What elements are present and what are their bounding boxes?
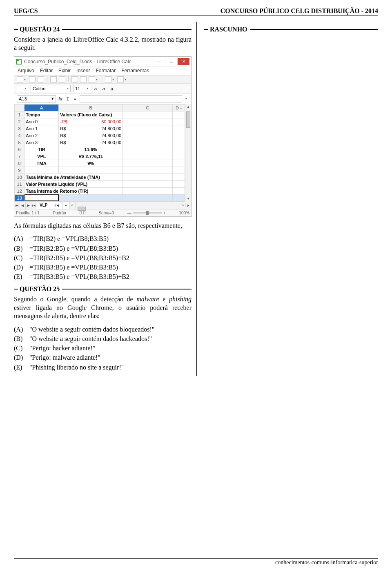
sheet-tab[interactable]: TIR [50,202,62,209]
menu-inserir[interactable]: Inserir [76,68,90,73]
cell[interactable] [172,139,185,146]
row-header[interactable]: 13 [15,194,24,201]
cell[interactable] [59,194,123,201]
toolbar-undo-icon[interactable] [105,76,111,82]
row-header[interactable]: 9 [15,167,24,174]
spreadsheet-grid[interactable]: A B C D ^ 1 Tempo Valores (Fluxo de Caix… [14,104,185,202]
toolbar-new-icon[interactable] [17,76,23,82]
scroll-down-icon[interactable]: ▼ [185,196,191,202]
cell[interactable]: Tempo [24,111,59,118]
cell[interactable]: Ano 3 [24,139,59,146]
zoom-plus-icon[interactable]: + [163,211,166,215]
zoom-slider[interactable] [133,212,162,214]
italic-button[interactable]: a [101,86,107,91]
dropdown-icon[interactable]: ▾ [112,78,115,81]
menu-formatar[interactable]: Formatar [96,68,116,73]
menu-arquivo[interactable]: Arquivo [18,68,34,73]
toolbar-redo-icon[interactable] [117,76,124,82]
cell[interactable]: 9% [59,160,123,167]
cell[interactable]: R$ 2.776,11 [59,153,123,160]
cell[interactable] [123,180,172,187]
toolbar-print-icon[interactable] [59,76,65,82]
cell[interactable]: VPL [24,153,59,160]
cell[interactable]: Taxa Mínima de Atratividade (TMA) [24,174,123,180]
cell[interactable] [24,167,59,174]
row-header[interactable]: 12 [15,187,24,194]
cell[interactable] [123,118,172,125]
function-wizard-icon[interactable]: fx [58,96,63,101]
hscroll-left-icon[interactable]: < [70,202,76,209]
cell[interactable] [123,174,172,180]
cell[interactable]: Valores (Fluxo de Caixa) [59,111,123,118]
col-header-B[interactable]: B [59,104,123,111]
menu-editar[interactable]: Editar [40,68,53,73]
row-header[interactable]: 7 [15,153,24,160]
row-header[interactable]: 2 [15,118,24,125]
dropdown-icon[interactable]: ▾ [96,78,99,81]
menu-ferramentas[interactable]: Ferramentas [121,68,149,73]
toolbar-cut-icon[interactable] [71,76,78,82]
add-sheet-button[interactable]: + [62,202,70,209]
scroll-up-icon[interactable]: ▲ [185,104,191,110]
toolbar-paste-icon[interactable] [89,76,95,82]
tab-prev-icon[interactable]: ◀ [20,202,26,209]
font-name-combo[interactable]: Calibri▾ [31,85,71,92]
cell[interactable] [172,167,185,174]
cell[interactable] [123,160,172,167]
cell[interactable]: Taxa Interna de Retorno (TIR) [24,187,123,194]
col-header-C[interactable]: C [123,104,172,111]
row-header[interactable]: 8 [15,160,24,167]
cell[interactable] [172,160,185,167]
toolbar-copy-icon[interactable] [80,76,87,82]
row-header[interactable]: 10 [15,174,24,180]
dropdown-icon[interactable]: ▾ [24,78,27,81]
row-header[interactable]: 3 [15,125,24,132]
cell[interactable] [172,118,185,125]
cell[interactable] [172,125,185,132]
function-equals-icon[interactable]: = [72,96,78,101]
row-header[interactable]: 1 [15,111,24,118]
cell[interactable] [172,187,185,194]
scroll-thumb[interactable] [186,111,190,128]
row-header[interactable]: 5 [15,139,24,146]
cell[interactable] [172,132,185,139]
cell[interactable] [123,167,172,174]
formula-input[interactable] [80,95,182,102]
col-header-D[interactable]: D ^ [172,104,185,111]
col-header-A[interactable]: A [24,104,59,111]
cell[interactable]: R$24.800,00 [59,125,123,132]
cell[interactable]: R$24.800,00 [59,139,123,146]
formula-dropdown-icon[interactable]: ▾ [184,97,189,100]
cell[interactable]: Valor Presente Líquido (VPL) [24,180,123,187]
window-maximize-button[interactable]: ▭ [165,58,177,65]
toolbar-open-icon[interactable] [29,76,36,82]
scroll-thumb[interactable] [78,207,86,211]
tab-last-icon[interactable]: ⏭ [31,202,37,209]
tab-next-icon[interactable]: ▶ [26,202,31,209]
row-header[interactable]: 11 [15,180,24,187]
active-cell[interactable] [24,194,59,201]
toolbar-save-icon[interactable] [38,76,44,82]
window-close-button[interactable]: ✕ [177,58,189,65]
cell[interactable] [172,111,185,118]
status-zoom[interactable]: 100% [179,211,189,215]
cell[interactable]: TIR [24,146,59,153]
cell[interactable]: R$24.800,00 [59,132,123,139]
row-header[interactable]: 4 [15,132,24,139]
dropdown-icon[interactable]: ▾ [125,78,127,81]
select-all-corner[interactable] [15,104,24,111]
apply-style-combo[interactable]: ▾ [17,85,28,92]
name-box[interactable]: A13▾ [17,95,56,102]
cell[interactable] [172,153,185,160]
cell[interactable]: Ano 2 [24,132,59,139]
hscroll-right-icon[interactable]: > [180,203,185,207]
bold-button[interactable]: a [93,86,98,91]
font-size-combo[interactable]: 11▾ [73,85,90,92]
cell[interactable]: 11,6% [59,146,123,153]
cell[interactable] [172,194,185,201]
cell[interactable] [123,125,172,132]
cell[interactable] [172,180,185,187]
cell[interactable] [123,111,172,118]
cell[interactable]: Ano 0 [24,118,59,125]
cell[interactable] [123,194,172,201]
